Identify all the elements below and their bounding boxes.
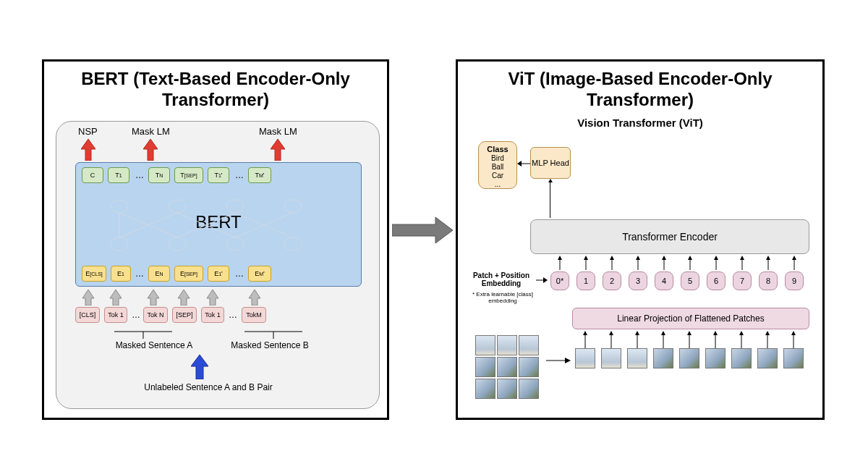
class-item: Bird <box>491 154 504 162</box>
svg-marker-35 <box>609 331 613 335</box>
svg-point-7 <box>111 237 128 250</box>
source-patch <box>475 379 495 399</box>
bert-title: BERT (Text-Based Encoder-Only Transforme… <box>44 62 387 115</box>
bert-rounded-box: NSP Mask LM Mask LM BERT <box>56 121 380 409</box>
svg-marker-47 <box>765 331 770 335</box>
masklm2-label: Mask LM <box>259 126 297 137</box>
patch-embedding: 9 <box>785 271 804 290</box>
source-patch <box>475 335 495 355</box>
diagram-canvas: BERT (Text-Based Encoder-Only Transforme… <box>0 0 868 472</box>
svg-point-6 <box>284 200 302 213</box>
class-item: Car <box>492 172 503 180</box>
mlp-head-box: MLP Head <box>530 147 571 179</box>
out-token: C <box>82 167 103 183</box>
svg-marker-19 <box>110 290 122 305</box>
vit-subtitle: Vision Transformer (ViT) <box>458 117 822 129</box>
source-patch <box>519 379 539 399</box>
out-token: T1 <box>108 167 129 183</box>
flattened-patch <box>679 348 699 368</box>
out-token: T[SEP] <box>174 167 203 183</box>
ellipsis: … <box>229 310 237 320</box>
svg-marker-63 <box>714 256 718 260</box>
patchpos-note: * Extra learnable [class] embedding <box>468 292 537 305</box>
svg-marker-18 <box>82 290 94 305</box>
pair-label: Unlabeled Sentence A and B Pair <box>114 382 302 392</box>
svg-marker-61 <box>688 256 692 260</box>
svg-point-9 <box>226 237 244 250</box>
in-token: Tok 1 <box>104 307 127 323</box>
svg-point-8 <box>169 237 186 250</box>
svg-marker-39 <box>661 331 665 335</box>
svg-marker-22 <box>207 290 218 305</box>
masked-b-label: Masked Sentence B <box>223 340 317 350</box>
enc-arrows <box>549 256 817 271</box>
bert-encoder-box: BERT C T1 … TN T[SEP] T1' … <box>75 162 362 287</box>
patch-embedding: 3 <box>629 271 647 290</box>
nsp-label: NSP <box>78 126 98 137</box>
svg-marker-53 <box>584 256 588 260</box>
source-patch <box>497 357 517 377</box>
patch-embedding: 8 <box>759 271 778 290</box>
proj-arrows <box>572 331 818 350</box>
out-token: TM' <box>248 167 271 183</box>
arrow-icon <box>550 182 550 218</box>
emb-token: E1 <box>111 266 131 282</box>
svg-marker-67 <box>766 256 770 260</box>
svg-marker-1 <box>143 139 158 161</box>
ellipsis: … <box>132 310 140 320</box>
ellipsis: … <box>235 269 244 279</box>
source-patch <box>519 357 539 377</box>
svg-marker-27 <box>517 161 522 167</box>
svg-marker-55 <box>610 256 614 260</box>
masked-a-label: Masked Sentence A <box>107 340 201 350</box>
svg-marker-49 <box>791 331 796 335</box>
svg-marker-23 <box>249 290 260 305</box>
patch-embedding: 5 <box>681 271 699 290</box>
transfer-arrow-icon <box>392 217 453 243</box>
svg-marker-41 <box>687 331 692 335</box>
in-token: [CLS] <box>75 307 100 323</box>
patch-embedding: 7 <box>733 271 752 290</box>
flattened-patch <box>627 348 647 368</box>
caption-connectors <box>100 327 331 342</box>
svg-point-3 <box>111 200 128 213</box>
svg-marker-24 <box>191 355 208 379</box>
source-patch <box>497 335 517 355</box>
red-arrow-icon <box>81 139 95 161</box>
vit-panel: ViT (Image-Based Encoder-Only Transforme… <box>456 59 825 420</box>
red-arrow-icon <box>143 139 158 161</box>
emb-token: EN <box>148 266 170 282</box>
patch-embedding: 1 <box>576 271 595 290</box>
patch-embedding: 2 <box>603 271 621 290</box>
source-patch <box>519 335 539 355</box>
flattened-patch <box>653 348 673 368</box>
class-heading: Class <box>487 145 508 153</box>
emb-token: E[SEP] <box>174 266 203 282</box>
ellipsis: … <box>135 269 144 279</box>
patch-embedding: 4 <box>655 271 673 290</box>
svg-point-4 <box>169 200 186 213</box>
svg-marker-25 <box>392 217 453 243</box>
source-patch <box>475 357 495 377</box>
svg-marker-51 <box>558 256 562 260</box>
svg-marker-20 <box>148 290 159 305</box>
class-box: Class Bird Ball Car ... <box>478 141 517 189</box>
emb-token: E[CLS] <box>82 266 106 282</box>
blue-arrow-icon <box>191 355 208 379</box>
patch-embedding: 0* <box>550 271 569 290</box>
arrow-icon <box>517 160 530 167</box>
svg-marker-57 <box>636 256 640 260</box>
in-token: Tok 1 <box>201 307 224 323</box>
svg-marker-2 <box>271 139 285 161</box>
out-token: T1' <box>208 167 229 183</box>
svg-marker-33 <box>583 331 587 335</box>
svg-marker-0 <box>81 139 95 161</box>
svg-marker-45 <box>739 331 744 335</box>
ellipsis: … <box>235 170 244 180</box>
ellipsis: … <box>135 170 144 180</box>
svg-marker-31 <box>565 358 571 363</box>
svg-marker-69 <box>792 256 796 260</box>
vit-title: ViT (Image-Based Encoder-Only Transforme… <box>458 62 822 115</box>
transformer-encoder-box: Transformer Encoder <box>530 219 809 254</box>
flattened-patch <box>575 348 595 368</box>
